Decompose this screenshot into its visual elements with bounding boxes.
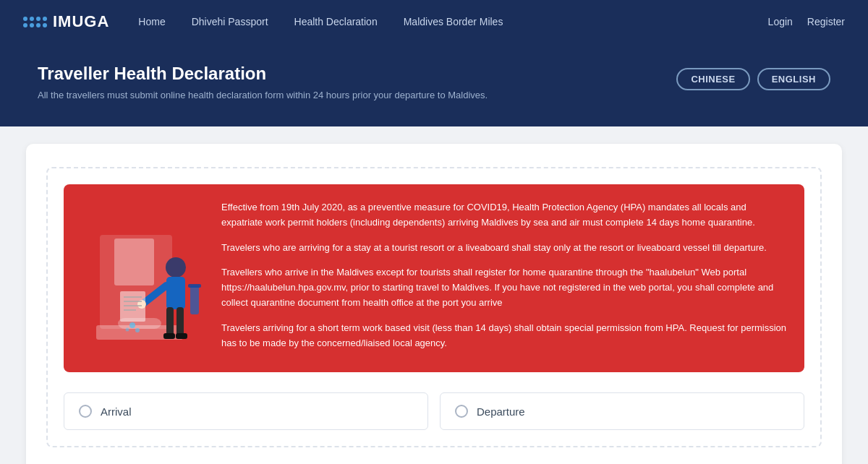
svg-point-4 [166,257,186,278]
nav-link-home[interactable]: Home [138,16,165,27]
nav-auth: Login Register [768,16,845,27]
svg-rect-16 [188,284,201,288]
nav-link-border[interactable]: Maldives Border Miles [404,16,503,27]
notice-box: Effective from 19th July 2020, as a prev… [64,184,804,372]
svg-point-14 [126,328,129,332]
svg-rect-10 [163,333,175,339]
arrival-option[interactable]: Arrival [64,392,428,430]
departure-radio[interactable] [455,405,468,418]
arrival-label: Arrival [101,405,132,418]
register-button[interactable]: Register [807,16,845,27]
language-selector: CHINESE ENGLISH [676,68,830,90]
hero-section: Traveller Health Declaration All the tra… [0,43,868,126]
svg-rect-9 [176,307,184,336]
logo[interactable]: IMUGA [23,12,109,31]
page-title: Traveller Health Declaration [38,64,488,84]
card-inner: Effective from 19th July 2020, as a prev… [46,167,822,447]
english-lang-button[interactable]: ENGLISH [757,68,830,90]
notice-paragraph-2: Travelers who are arriving for a stay at… [221,241,787,256]
logo-text: IMUGA [53,12,109,31]
login-button[interactable]: Login [768,16,793,27]
logo-dots [23,17,47,27]
svg-rect-1 [114,239,154,285]
nav-link-dhivehi[interactable]: Dhivehi Passport [192,16,268,27]
chinese-lang-button[interactable]: CHINESE [676,68,749,90]
nav-link-health[interactable]: Health Declaration [294,16,378,27]
notice-paragraph-4: Travelers arriving for a short term work… [221,321,787,351]
svg-rect-15 [190,285,199,314]
svg-rect-17 [120,291,145,322]
svg-point-12 [129,322,135,328]
departure-option[interactable]: Departure [440,392,804,430]
form-card: Effective from 19th July 2020, as a prev… [26,144,842,464]
notice-paragraph-1: Effective from 19th July 2020, as a prev… [221,200,787,231]
departure-label: Departure [477,405,525,418]
notice-paragraph-3: Travellers who arrive in the Maldives ex… [221,265,787,310]
svg-rect-11 [176,333,187,339]
arrival-radio[interactable] [79,405,92,418]
main-content: Effective from 19th July 2020, as a prev… [0,126,868,464]
page-subtitle: All the travellers must submit online he… [38,90,488,100]
notice-text-area: Effective from 19th July 2020, as a prev… [216,184,804,372]
svg-rect-8 [166,307,174,336]
svg-point-13 [135,328,140,332]
hero-text: Traveller Health Declaration All the tra… [38,64,488,100]
notice-illustration [64,184,216,372]
navbar: IMUGA Home Dhivehi Passport Health Decla… [0,0,868,43]
travel-type-selector: Arrival Departure [64,392,804,430]
nav-links: Home Dhivehi Passport Health Declaration… [138,16,767,27]
svg-rect-5 [166,277,185,309]
